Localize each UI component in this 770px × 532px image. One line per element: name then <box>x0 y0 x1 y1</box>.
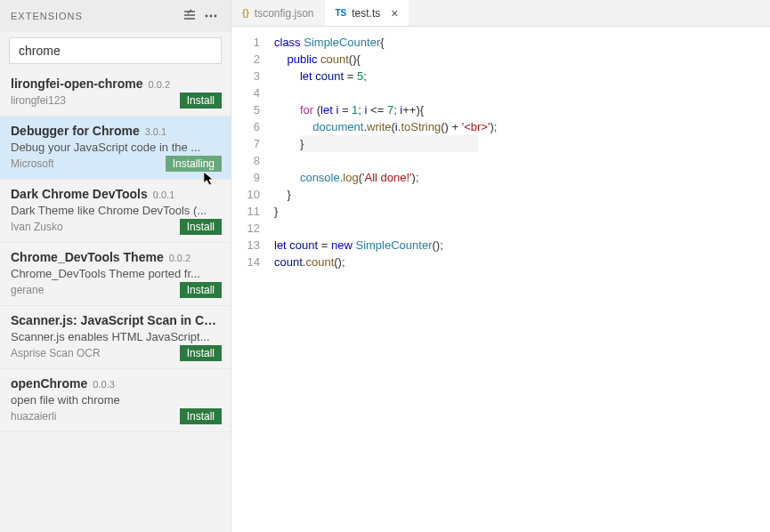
line-number: 3 <box>231 68 260 85</box>
extension-item[interactable]: Chrome_DevTools Theme0.0.2Chrome_DevTool… <box>0 243 231 306</box>
install-button[interactable]: Install <box>180 408 222 424</box>
code-line[interactable]: let count = 5; <box>274 68 770 85</box>
extension-name: Dark Chrome DevTools <box>11 187 148 201</box>
install-button[interactable]: Install <box>180 93 222 109</box>
code-line[interactable]: let count = new SimpleCounter(); <box>274 237 770 254</box>
code-line[interactable] <box>274 85 770 101</box>
line-number: 10 <box>231 186 260 203</box>
code-line[interactable]: } <box>274 203 770 220</box>
code-content[interactable]: class SimpleCounter{ public count(){ let… <box>274 34 770 532</box>
install-button[interactable]: Install <box>180 345 222 361</box>
code-line[interactable]: console.log('All done!'); <box>274 169 770 186</box>
svg-point-1 <box>210 15 213 18</box>
extension-description: Debug your JavaScript code in the ... <box>11 141 220 154</box>
extension-description: open file with chrome <box>11 393 220 407</box>
extension-item[interactable]: lirongfei-open-chrome0.0.2lirongfei123In… <box>0 69 231 117</box>
extension-item[interactable]: openChrome0.0.3open file with chromehuaz… <box>0 369 231 432</box>
tab-label: tsconfig.json <box>255 7 314 20</box>
line-number: 13 <box>231 237 260 254</box>
line-number: 12 <box>231 220 260 237</box>
tab-bar: {}tsconfig.jsonTStest.ts× <box>231 0 770 27</box>
extension-version: 3.0.1 <box>145 126 166 137</box>
line-number: 2 <box>231 51 260 68</box>
svg-point-0 <box>206 15 208 18</box>
extension-name: openChrome <box>11 376 87 391</box>
line-number: 4 <box>231 85 260 101</box>
extension-item[interactable]: Scanner.js: JavaScript Scan in ChroScann… <box>0 306 231 369</box>
extension-name: Chrome_DevTools Theme <box>11 250 164 264</box>
line-number: 7 <box>231 135 260 152</box>
editor-area: {}tsconfig.jsonTStest.ts× 12345678910111… <box>231 0 770 532</box>
extension-version: 0.0.2 <box>169 253 190 263</box>
sidebar-title: EXTENSIONS <box>11 11 177 21</box>
extension-version: 0.0.3 <box>93 379 114 390</box>
tab-label: test.ts <box>352 7 380 20</box>
close-icon[interactable]: × <box>391 6 398 20</box>
code-line[interactable]: for (let i = 1; i <= 7; i++){ <box>274 101 770 118</box>
editor-tab[interactable]: TStest.ts× <box>325 0 409 26</box>
install-button[interactable]: Install <box>180 219 222 235</box>
editor-tab[interactable]: {}tsconfig.json <box>231 0 325 26</box>
line-gutter: 1234567891011121314 <box>231 34 274 532</box>
sidebar-header: EXTENSIONS <box>0 0 231 32</box>
extension-version: 0.0.2 <box>149 79 170 90</box>
code-line[interactable] <box>274 152 770 169</box>
extension-name: lirongfei-open-chrome <box>11 77 143 91</box>
code-line[interactable]: class SimpleCounter{ <box>274 34 770 51</box>
install-button[interactable]: Install <box>180 282 222 298</box>
line-number: 1 <box>231 34 260 51</box>
line-number: 5 <box>231 101 260 118</box>
line-number: 14 <box>231 254 260 270</box>
code-line[interactable]: } <box>274 135 770 152</box>
installing-button[interactable]: Installing <box>166 156 222 172</box>
extension-item[interactable]: Dark Chrome DevTools0.0.1Dark Theme like… <box>0 180 231 243</box>
extension-name: Scanner.js: JavaScript Scan in Chro <box>11 313 220 327</box>
extension-name: Debugger for Chrome <box>11 124 140 138</box>
line-number: 8 <box>231 152 260 169</box>
extension-item[interactable]: Debugger for Chrome3.0.1Debug your JavaS… <box>0 117 231 180</box>
json-file-icon: {} <box>242 8 249 18</box>
code-line[interactable]: count.count(); <box>274 254 770 270</box>
line-number: 9 <box>231 169 260 186</box>
ts-file-icon: TS <box>336 8 347 18</box>
more-icon[interactable] <box>202 7 220 25</box>
line-number: 11 <box>231 203 260 220</box>
extensions-sidebar: EXTENSIONS lirongfei-open-chrome0.0.2lir… <box>0 0 231 532</box>
extension-description: Scanner.js enables HTML JavaScript... <box>11 330 220 343</box>
clear-icon[interactable] <box>181 7 199 25</box>
code-line[interactable]: } <box>274 186 770 203</box>
search-input[interactable] <box>9 37 222 64</box>
svg-point-2 <box>215 15 217 18</box>
extension-version: 0.0.1 <box>153 189 174 200</box>
extension-description: Chrome_DevTools Theme ported fr... <box>11 267 220 280</box>
code-line[interactable]: public count(){ <box>274 51 770 68</box>
code-line[interactable]: document.write(i.toString() + '<br>'); <box>274 118 770 135</box>
line-number: 6 <box>231 118 260 135</box>
extension-list: lirongfei-open-chrome0.0.2lirongfei123In… <box>0 69 231 532</box>
extension-description: Dark Theme like Chrome DevTools (... <box>11 204 220 217</box>
code-line[interactable] <box>274 220 770 237</box>
code-editor[interactable]: 1234567891011121314 class SimpleCounter{… <box>231 27 770 532</box>
